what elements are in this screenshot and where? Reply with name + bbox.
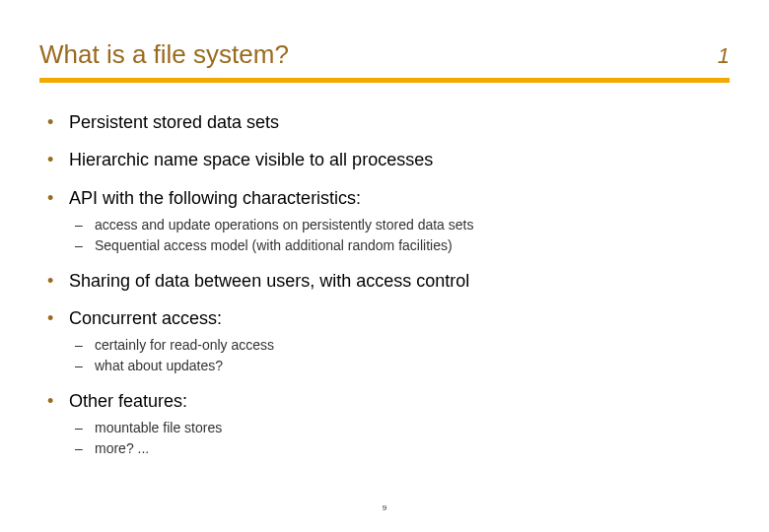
bullet-text: Persistent stored data sets xyxy=(69,112,279,132)
bullet-text: Hierarchic name space visible to all pro… xyxy=(69,150,433,169)
sub-item: certainly for read-only access xyxy=(69,336,730,355)
sub-item: more? ... xyxy=(69,439,730,458)
sub-item: what about updates? xyxy=(69,357,730,375)
bullet-text: Other features: xyxy=(69,391,187,411)
bullet-item: Persistent stored data sets xyxy=(43,110,730,134)
slide-number: 1 xyxy=(718,43,730,69)
bullet-item: Hierarchic name space visible to all pro… xyxy=(43,148,730,171)
sub-list: certainly for read-only access what abou… xyxy=(69,336,730,375)
bullet-list: Persistent stored data sets Hierarchic n… xyxy=(43,110,730,458)
bullet-text: API with the following characteristics: xyxy=(69,188,361,208)
bullet-item: Other features: mountable file stores mo… xyxy=(43,389,730,458)
slide-container: What is a file system? 1 Persistent stor… xyxy=(0,0,769,492)
bullet-text: Concurrent access: xyxy=(69,308,222,328)
sub-item: access and update operations on persiste… xyxy=(69,216,730,234)
footer-page-number: 9 xyxy=(383,503,386,512)
bullet-text: Sharing of data between users, with acce… xyxy=(69,271,469,291)
bullet-item: Concurrent access: certainly for read-on… xyxy=(43,306,730,375)
sub-list: access and update operations on persiste… xyxy=(69,216,730,255)
title-rule xyxy=(39,78,730,83)
slide-title: What is a file system? xyxy=(39,39,289,70)
sub-item: mountable file stores xyxy=(69,419,730,437)
bullet-item: Sharing of data between users, with acce… xyxy=(43,269,730,293)
bullet-item: API with the following characteristics: … xyxy=(43,186,730,255)
content-area: Persistent stored data sets Hierarchic n… xyxy=(39,110,730,458)
sub-item: Sequential access model (with additional… xyxy=(69,236,730,255)
header-row: What is a file system? 1 xyxy=(39,39,730,70)
sub-list: mountable file stores more? ... xyxy=(69,419,730,458)
